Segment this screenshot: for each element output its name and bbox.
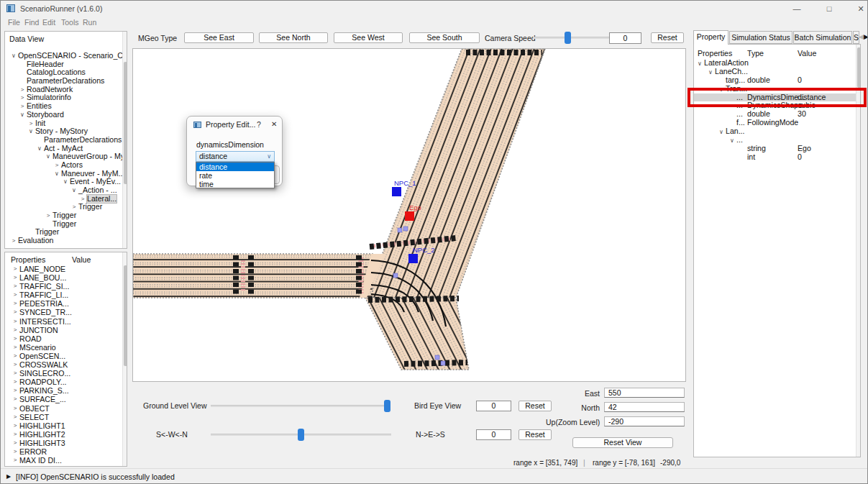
up-zoom-input[interactable]: -290 (604, 416, 685, 426)
mgeo-properties-scrollbar[interactable] (122, 252, 127, 466)
bird-eye-reset-button[interactable]: Reset (518, 401, 552, 411)
mgeo-property-item[interactable]: >LANE_NODE (5, 265, 122, 273)
chevron-right-icon[interactable]: > (11, 308, 19, 316)
chevron-right-icon[interactable]: > (11, 352, 19, 360)
chevron-right-icon[interactable]: > (18, 93, 27, 102)
tab-scroll-right-icon[interactable]: ▶ (864, 33, 868, 40)
map-canvas[interactable]: NPC_1 Ego NPC_2 (132, 48, 686, 382)
chevron-right-icon[interactable]: > (11, 360, 19, 369)
chevron-right-icon[interactable]: > (11, 343, 19, 352)
minimize-button[interactable]: — (785, 1, 809, 17)
dataview-tree-item[interactable]: ParameterDeclarations (5, 136, 122, 145)
ground-level-slider-handle[interactable] (384, 400, 390, 412)
mgeo-property-item[interactable]: >ROAD (5, 334, 122, 343)
mgeo-property-item[interactable]: >CROSSWALK (5, 360, 122, 369)
tab-simulation-status[interactable]: Simulation Status (729, 31, 792, 44)
camera-speed-slider-handle[interactable] (565, 32, 571, 44)
dataview-tree-item[interactable]: >Trigger (5, 211, 122, 220)
waypoint-marker[interactable] (441, 361, 445, 365)
chevron-down-icon[interactable]: ∨ (52, 170, 61, 178)
menu-file[interactable]: File (8, 18, 20, 27)
chevron-right-icon[interactable]: > (52, 161, 61, 170)
chevron-down-icon[interactable]: ∨ (70, 186, 78, 195)
mgeo-property-item[interactable]: >HIGHLIGHT2 (5, 430, 122, 439)
ground-level-slider[interactable] (211, 405, 389, 407)
mgeo-property-item[interactable]: >TRAFFIC_LI... (5, 291, 122, 299)
dataview-tree-item[interactable]: ∨_Action - ... (5, 186, 122, 195)
waypoint-marker[interactable] (393, 273, 398, 278)
chevron-right-icon[interactable]: > (11, 430, 19, 439)
chevron-right-icon[interactable]: > (11, 265, 19, 273)
property-row[interactable]: ∨Tran... (694, 85, 856, 93)
menu-find[interactable]: Find (24, 18, 39, 27)
chevron-down-icon[interactable]: ∨ (44, 152, 52, 161)
property-row[interactable]: ∨LaneCh... (694, 68, 856, 76)
chevron-right-icon[interactable]: > (11, 447, 19, 456)
mgeo-property-item[interactable]: >HIGHLIGHT1 (5, 421, 122, 430)
dataview-tree-item[interactable]: >Simulatorinfo (5, 93, 122, 102)
camera-speed-slider[interactable] (533, 37, 610, 39)
property-row[interactable]: ∨Lan... (694, 127, 856, 136)
chevron-down-icon[interactable]: ∨ (35, 145, 44, 153)
ego-marker[interactable] (405, 211, 414, 221)
dropdown-option-rate[interactable]: rate (196, 171, 274, 180)
east-input[interactable]: 550 (604, 388, 685, 398)
dataview-tree-item[interactable]: ∨OpenSCENARIO - Scenario_Cut_In_1 (5, 52, 122, 60)
chevron-right-icon[interactable]: > (11, 439, 19, 447)
mgeo-property-item[interactable]: >ERROR (5, 447, 122, 456)
dataview-tree-item[interactable]: >Actors (5, 161, 122, 170)
dataview-tree-item[interactable]: ∨Storyboard (5, 111, 122, 119)
chevron-right-icon[interactable]: > (11, 386, 19, 395)
waypoint-marker[interactable] (398, 228, 402, 232)
mgeo-property-item[interactable]: >SINGLECRO... (5, 369, 122, 378)
menu-tools[interactable]: Tools (61, 18, 79, 27)
property-edit-dialog[interactable]: Property Edit... ? ✕ dynamicsDimension d… (186, 116, 283, 186)
see-east-button[interactable]: See East (184, 32, 254, 43)
menu-run[interactable]: Run (83, 18, 96, 27)
mgeo-property-item[interactable]: >JUNCTION (5, 326, 122, 334)
property-row[interactable]: targ...double0 (694, 76, 856, 85)
chevron-right-icon[interactable]: > (11, 456, 19, 465)
chevron-right-icon[interactable]: > (11, 334, 19, 343)
chevron-right-icon[interactable]: > (11, 395, 19, 403)
waypoint-marker[interactable] (403, 227, 408, 231)
dataview-tree-item[interactable]: >Lateral... (5, 195, 122, 204)
chevron-down-icon[interactable]: ∨ (27, 127, 35, 136)
property-row[interactable]: ...DynamicsShapecubic (694, 101, 856, 110)
chevron-right-icon[interactable]: > (11, 317, 19, 326)
chevron-right-icon[interactable]: > (11, 326, 19, 334)
waypoint-marker[interactable] (435, 355, 439, 360)
chevron-right-icon[interactable]: > (9, 237, 18, 245)
title-bar[interactable]: ScenarioRunner (v1.6.0) — □ ✕ (1, 1, 867, 17)
chevron-right-icon[interactable]: > (11, 378, 19, 386)
see-west-button[interactable]: See West (334, 32, 403, 43)
chevron-right-icon[interactable]: > (44, 211, 52, 220)
chevron-right-icon[interactable]: > (11, 421, 19, 430)
chevron-right-icon[interactable]: > (11, 369, 19, 378)
chevron-right-icon[interactable]: > (11, 404, 19, 413)
mgeo-property-item[interactable]: >PEDESTRIA... (5, 299, 122, 308)
property-row[interactable]: ∨... (694, 136, 856, 145)
property-row[interactable]: int0 (694, 153, 856, 162)
maximize-button[interactable]: □ (817, 1, 841, 17)
property-row[interactable]: f...FollowingMode (694, 119, 856, 127)
camera-speed-input[interactable]: 0 (609, 32, 641, 44)
tab-batch-simulation[interactable]: Batch Simulation (793, 31, 852, 44)
chevron-right-icon[interactable]: > (18, 102, 27, 111)
mgeo-property-item[interactable]: >MScenario (5, 343, 122, 352)
mgeo-property-item[interactable]: >ROADPOLY... (5, 378, 122, 386)
property-panel-scrollbar[interactable] (856, 45, 861, 457)
dataview-tree-item[interactable]: Trigger (5, 220, 122, 229)
mgeo-property-item[interactable]: >MAX ID DI... (5, 456, 122, 465)
mgeo-property-item[interactable]: >HIGHLIGHT3 (5, 439, 122, 447)
see-south-button[interactable]: See South (409, 32, 480, 43)
chevron-right-icon[interactable]: > (11, 299, 19, 308)
menu-edit[interactable]: Edit (42, 18, 55, 27)
reset-view-button[interactable]: Reset View (572, 437, 673, 448)
tab-scroll-left-icon[interactable]: ◀ (859, 33, 864, 40)
chevron-right-icon[interactable]: > (27, 119, 35, 128)
chevron-right-icon[interactable]: > (11, 282, 19, 291)
mgeo-property-item[interactable]: >INTERSECTI... (5, 317, 122, 326)
bird-eye-input[interactable]: 0 (476, 401, 511, 411)
dataview-tree-item[interactable]: ParameterDeclarations (5, 77, 122, 86)
